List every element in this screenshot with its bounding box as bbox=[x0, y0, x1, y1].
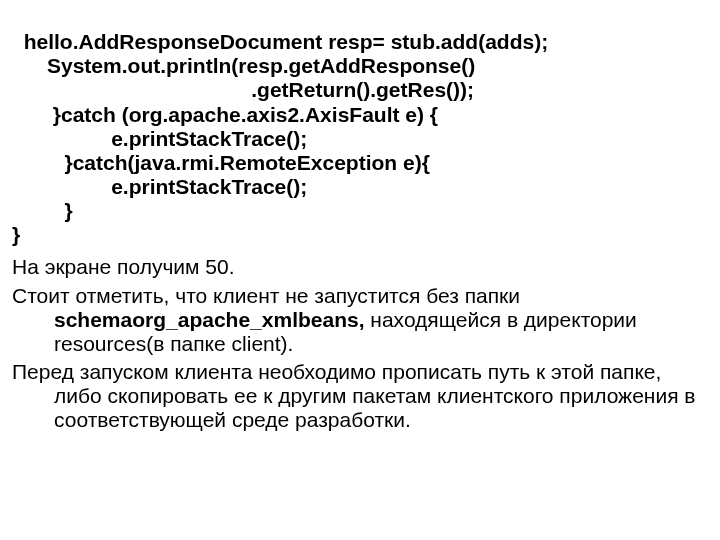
code-line: } bbox=[12, 223, 20, 246]
code-line: e.printStackTrace(); bbox=[12, 127, 307, 150]
code-line: .getReturn().getRes()); bbox=[12, 78, 474, 101]
text-run: Стоит отметить, что клиент не запустится… bbox=[12, 284, 520, 307]
code-line: e.printStackTrace(); bbox=[12, 175, 307, 198]
paragraph-instructions: Перед запуском клиента необходимо пропис… bbox=[12, 360, 708, 432]
code-line: }catch (org.apache.axis2.AxisFault e) { bbox=[12, 103, 438, 126]
slide-content: hello.AddResponseDocument resp= stub.add… bbox=[0, 0, 720, 442]
code-block: hello.AddResponseDocument resp= stub.add… bbox=[12, 6, 708, 247]
paragraph-note: Стоит отметить, что клиент не запустится… bbox=[12, 284, 708, 356]
folder-name-bold: schemaorg_apache_xmlbeans, bbox=[54, 308, 365, 331]
code-line: hello.AddResponseDocument resp= stub.add… bbox=[12, 30, 548, 53]
code-line: System.out.println(resp.getAddResponse() bbox=[12, 54, 475, 77]
code-line: } bbox=[12, 199, 73, 222]
code-line: }catch(java.rmi.RemoteException e){ bbox=[12, 151, 430, 174]
paragraph-result: На экране получим 50. bbox=[12, 255, 708, 279]
